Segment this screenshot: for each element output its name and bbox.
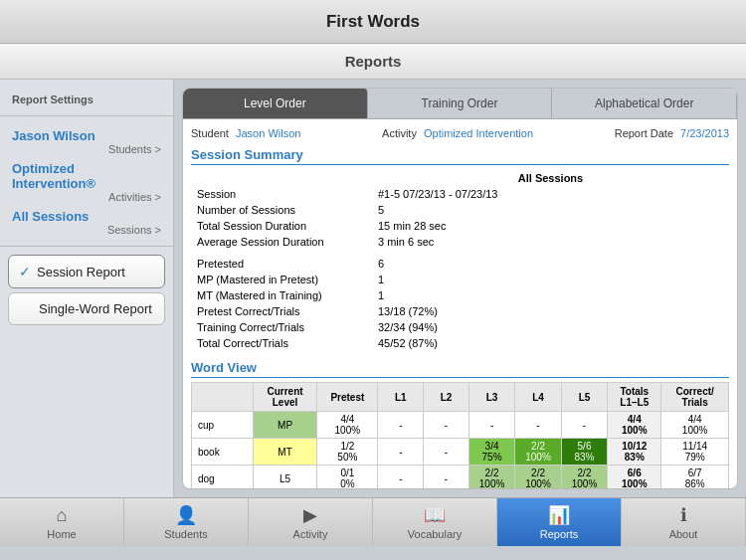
pretest-cell: 4/4 100% xyxy=(317,412,378,439)
summary-row-1-label: Number of Sessions xyxy=(193,203,372,217)
sidebar: Report Settings Jason Wilson Students > … xyxy=(0,80,174,497)
tab-bar: Level Order Training Order Alphabetical … xyxy=(183,89,737,119)
summary-row-6-value: 1 xyxy=(374,273,727,286)
summary-row-1-value: 5 xyxy=(374,203,727,217)
col-totals: TotalsL1–L5 xyxy=(608,383,661,412)
student-sub: Students > xyxy=(12,143,161,155)
word-cell: cup xyxy=(192,412,254,439)
nav-home[interactable]: ⌂ Home xyxy=(0,498,124,546)
single-word-label: Single-Word Report xyxy=(39,301,152,316)
sidebar-student[interactable]: Jason Wilson Students > xyxy=(0,124,173,157)
summary-row-2-value: 15 min 28 sec xyxy=(374,219,727,233)
nav-about-label: About xyxy=(669,528,698,540)
l1-cell: - xyxy=(378,466,424,490)
summary-row-7-value: 1 xyxy=(374,288,727,302)
col-current-level: CurrentLevel xyxy=(253,383,316,412)
pretest-cell: 1/2 50% xyxy=(317,439,378,466)
activity-info-label: Activity Optimized Intervention xyxy=(382,127,533,139)
summary-row-9-value: 32/34 (94%) xyxy=(374,320,727,334)
summary-row-10-value: 45/52 (87%) xyxy=(374,336,727,350)
nav-reports[interactable]: 📊 Reports xyxy=(497,498,622,546)
word-cell: book xyxy=(192,439,254,466)
l1-cell: - xyxy=(378,439,424,466)
summary-row-7-label: MT (Mastered in Training) xyxy=(193,288,372,302)
l2-cell: - xyxy=(424,412,469,439)
word-view-title: Word View xyxy=(191,360,729,378)
page-title: Reports xyxy=(345,53,402,70)
nav-activity-label: Activity xyxy=(293,528,328,540)
nav-home-label: Home xyxy=(47,528,76,540)
session-report-button[interactable]: ✓ Session Report xyxy=(8,255,165,288)
nav-vocabulary[interactable]: 📖 Vocabulary xyxy=(373,498,497,546)
nav-students[interactable]: 👤 Students xyxy=(124,498,249,546)
col-l1: L1 xyxy=(378,383,424,412)
sub-header: Reports xyxy=(0,44,746,80)
divider-2 xyxy=(0,246,173,247)
table-row: book MT 1/2 50% - - 3/4 75% 2/2 100% 5/6… xyxy=(192,439,729,466)
report-date-info: Report Date 7/23/2013 xyxy=(615,127,729,139)
correct-cell: 4/4 100% xyxy=(661,412,729,439)
vocabulary-icon: 📖 xyxy=(424,504,446,526)
nav-activity[interactable]: ▶ Activity xyxy=(249,498,373,546)
tab-training-order[interactable]: Training Order xyxy=(368,89,553,118)
summary-col-header: All Sessions xyxy=(374,171,727,185)
totals-cell: 6/6 100% xyxy=(608,466,661,490)
students-icon: 👤 xyxy=(175,504,197,526)
word-cell: dog xyxy=(192,466,254,490)
activity-name: Optimized Intervention® xyxy=(12,161,161,191)
nav-reports-label: Reports xyxy=(540,528,579,540)
col-l4: L4 xyxy=(515,383,561,412)
col-l2: L2 xyxy=(424,383,469,412)
col-word xyxy=(192,383,254,412)
tab-alphabetical-order[interactable]: Alphabetical Order xyxy=(552,89,737,118)
col-l3: L3 xyxy=(468,383,514,412)
summary-row-10-label: Total Correct/Trials xyxy=(193,336,372,350)
report-date-value: 7/23/2013 xyxy=(680,127,729,139)
nav-students-label: Students xyxy=(164,528,207,540)
student-info-name: Jason Wilson xyxy=(236,127,300,139)
summary-row-5-value: 6 xyxy=(374,257,727,271)
l5-cell: - xyxy=(561,412,607,439)
l5-cell: 5/6 83% xyxy=(561,439,607,466)
l4-cell: 2/2 100% xyxy=(515,466,561,490)
sidebar-activity[interactable]: Optimized Intervention® Activities > xyxy=(0,157,173,205)
main-area: Report Settings Jason Wilson Students > … xyxy=(0,80,746,497)
col-pretest: Pretest xyxy=(317,383,378,412)
l3-cell: 3/4 75% xyxy=(468,439,514,466)
app-title: First Words xyxy=(326,12,420,32)
l4-cell: 2/2 100% xyxy=(515,439,561,466)
top-bar: First Words xyxy=(0,0,746,44)
nav-about[interactable]: ℹ About xyxy=(622,498,746,546)
table-row: cup MP 4/4 100% - - - - - 4/4 100% 4/4 1… xyxy=(192,412,729,439)
single-word-report-button[interactable]: Single-Word Report xyxy=(8,292,165,325)
summary-row-9-label: Training Correct/Trials xyxy=(193,320,372,334)
summary-header-empty xyxy=(193,171,372,185)
nav-vocabulary-label: Vocabulary xyxy=(408,528,462,540)
sidebar-session[interactable]: All Sessions Sessions > xyxy=(0,205,173,238)
col-correct: Correct/Trials xyxy=(661,383,729,412)
correct-cell: 6/7 86% xyxy=(661,466,729,490)
correct-cell: 11/14 79% xyxy=(661,439,729,466)
summary-row-0-label: Session xyxy=(193,187,372,201)
l3-cell: 2/2 100% xyxy=(468,466,514,490)
tab-level-order[interactable]: Level Order xyxy=(183,89,368,118)
session-name: All Sessions xyxy=(12,209,161,224)
col-l5: L5 xyxy=(561,383,607,412)
activity-info-name: Optimized Intervention xyxy=(424,127,533,139)
level-cell: L5 xyxy=(253,466,316,490)
summary-row-0-value: #1-5 07/23/13 - 07/23/13 xyxy=(374,187,727,201)
level-cell: MP xyxy=(253,412,316,439)
l2-cell: - xyxy=(424,439,469,466)
l5-cell: 2/2 100% xyxy=(561,466,607,490)
content-area: Level Order Training Order Alphabetical … xyxy=(182,88,738,489)
summary-row-3-value: 3 min 6 sec xyxy=(374,235,727,249)
report-content: Student Jason Wilson Activity Optimized … xyxy=(183,119,737,489)
session-sub: Sessions > xyxy=(12,224,161,236)
activity-icon: ▶ xyxy=(303,504,317,526)
reports-icon: 📊 xyxy=(548,504,570,526)
divider-1 xyxy=(0,115,173,116)
checkmark-icon: ✓ xyxy=(19,264,31,280)
summary-row-6-label: MP (Mastered in Pretest) xyxy=(193,273,372,286)
summary-row-3-label: Average Session Duration xyxy=(193,235,372,249)
word-table: CurrentLevel Pretest L1 L2 L3 L4 L5 Tota… xyxy=(191,382,729,489)
